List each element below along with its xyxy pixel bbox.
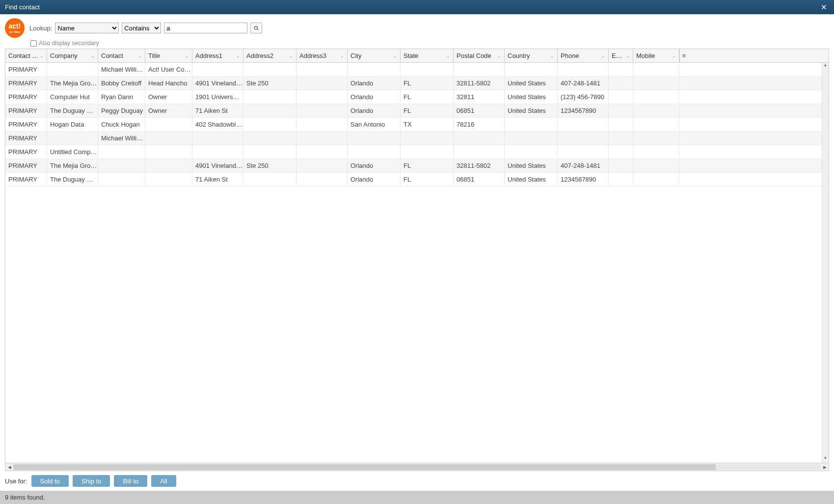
chevron-down-icon[interactable]: ⌄ xyxy=(626,53,630,58)
chevron-down-icon[interactable]: ⌄ xyxy=(601,53,605,58)
table-row[interactable]: PRIMARYThe Mejia Gro…4901 Vineland…Ste 2… xyxy=(5,159,829,173)
lookup-condition-select[interactable]: Contains xyxy=(122,23,161,33)
cell-address1: 4901 Vineland… xyxy=(192,159,243,172)
column-header-phone[interactable]: Phone⌄ xyxy=(558,49,609,62)
secondary-checkbox[interactable] xyxy=(30,40,37,47)
cell-phone: 1234567890 xyxy=(558,173,609,186)
lookup-field-select[interactable]: Name xyxy=(55,23,119,33)
chevron-down-icon[interactable]: ⌄ xyxy=(138,53,142,58)
chevron-down-icon[interactable]: ⌄ xyxy=(185,53,189,58)
svg-point-0 xyxy=(255,26,258,29)
table-row[interactable]: PRIMARYMichael Willi…Act! User Co… xyxy=(5,63,829,77)
sold-to-button[interactable]: Sold to xyxy=(31,475,69,487)
table-row[interactable]: PRIMARYUntitled Comp… xyxy=(5,145,829,159)
cell-country: United States xyxy=(505,90,558,104)
table-row[interactable]: PRIMARYHogan DataChuck Hogan402 Shadowbl… xyxy=(5,118,829,132)
column-header-title[interactable]: Title⌄ xyxy=(145,49,192,62)
cell-ext xyxy=(609,118,633,131)
column-header-postal[interactable]: Postal Code⌄ xyxy=(454,49,505,62)
chevron-down-icon[interactable]: ⌄ xyxy=(550,53,554,58)
cell-country: United States xyxy=(505,159,558,172)
cell-phone xyxy=(558,63,609,76)
search-button[interactable] xyxy=(250,23,262,33)
cell-phone: (123) 456-7890 xyxy=(558,90,609,104)
column-header-label: Postal Code xyxy=(457,52,491,59)
column-header-address2[interactable]: Address2⌄ xyxy=(243,49,296,62)
cell-city: Orlando xyxy=(348,90,401,104)
cell-contacttype: PRIMARY xyxy=(5,118,47,131)
bill-to-button[interactable]: Bill to xyxy=(114,475,147,487)
cell-title: Owner xyxy=(145,104,192,117)
logo-text-main: act! xyxy=(9,23,21,29)
vertical-scrollbar[interactable]: ▲ ▼ xyxy=(822,63,829,463)
chevron-down-icon[interactable]: ⌄ xyxy=(672,53,676,58)
grid-options-button[interactable]: ≡ xyxy=(679,49,688,62)
cell-state: FL xyxy=(401,77,454,90)
column-header-company[interactable]: Company⌄ xyxy=(47,49,98,62)
cell-country xyxy=(505,132,558,145)
chevron-down-icon[interactable]: ⌄ xyxy=(340,53,344,58)
cell-country xyxy=(505,145,558,159)
use-for-label: Use for: xyxy=(5,477,27,485)
chevron-down-icon[interactable]: ⌄ xyxy=(91,53,95,58)
column-header-contact[interactable]: Contact⌄ xyxy=(98,49,145,62)
close-icon[interactable]: ✕ xyxy=(819,3,829,12)
chevron-down-icon[interactable]: ⌄ xyxy=(393,53,397,58)
column-header-mobile[interactable]: Mobile⌄ xyxy=(633,49,679,62)
scroll-left-icon[interactable]: ◀ xyxy=(5,465,13,470)
search-input[interactable] xyxy=(164,23,247,33)
cell-city: Orlando xyxy=(348,159,401,172)
all-button[interactable]: All xyxy=(151,475,176,487)
cell-city: Orlando xyxy=(348,77,401,90)
column-header-contacttype[interactable]: Contact T...⌄ xyxy=(5,49,47,62)
cell-company: Hogan Data xyxy=(47,118,98,131)
table-row[interactable]: PRIMARYMichael Willi… xyxy=(5,132,829,145)
svg-line-1 xyxy=(257,29,259,30)
column-header-city[interactable]: City⌄ xyxy=(348,49,401,62)
cell-title: Head Hancho xyxy=(145,77,192,90)
hscroll-track[interactable] xyxy=(13,464,821,470)
column-header-state[interactable]: State⌄ xyxy=(401,49,454,62)
cell-contact: Ryan Dann xyxy=(98,90,145,104)
chevron-down-icon[interactable]: ⌄ xyxy=(497,53,501,58)
cell-postal: 78216 xyxy=(454,118,505,131)
cell-phone xyxy=(558,132,609,145)
chevron-down-icon[interactable]: ⌄ xyxy=(40,53,44,58)
column-header-address1[interactable]: Address1⌄ xyxy=(192,49,243,62)
ship-to-button[interactable]: Ship to xyxy=(73,475,110,487)
app-logo: act! for Web xyxy=(5,18,25,38)
column-header-label: Phone xyxy=(561,52,579,59)
cell-state: TX xyxy=(401,118,454,131)
column-header-label: Title xyxy=(148,52,160,59)
cell-postal: 32811-5802 xyxy=(454,159,505,172)
table-row[interactable]: PRIMARYComputer HutRyan DannOwner1901 Un… xyxy=(5,90,829,104)
column-header-ext[interactable]: Ext ...⌄ xyxy=(609,49,633,62)
horizontal-scrollbar[interactable]: ◀ ▶ xyxy=(5,463,829,471)
table-row[interactable]: PRIMARYThe Duguay …Peggy DuguayOwner71 A… xyxy=(5,104,829,118)
cell-city: Orlando xyxy=(348,173,401,186)
chevron-down-icon[interactable]: ⌄ xyxy=(446,53,450,58)
cell-address1: 1901 Univers… xyxy=(192,90,243,104)
cell-address2: Ste 250 xyxy=(243,159,296,172)
scroll-right-icon[interactable]: ▶ xyxy=(821,465,829,470)
table-row[interactable]: PRIMARYThe Mejia Gro…Bobby CreitoffHead … xyxy=(5,77,829,90)
scroll-up-icon[interactable]: ▲ xyxy=(822,63,829,70)
cell-contact: Michael Willi… xyxy=(98,132,145,145)
column-header-country[interactable]: Country⌄ xyxy=(505,49,558,62)
cell-address1: 402 Shadowbl… xyxy=(192,118,243,131)
chevron-down-icon[interactable]: ⌄ xyxy=(236,53,240,58)
chevron-down-icon[interactable]: ⌄ xyxy=(289,53,293,58)
cell-address3 xyxy=(296,145,348,159)
table-row[interactable]: PRIMARYThe Duguay …71 Aiken StOrlandoFL0… xyxy=(5,173,829,186)
scroll-down-icon[interactable]: ▼ xyxy=(822,456,829,463)
cell-company: Untitled Comp… xyxy=(47,145,98,159)
column-header-label: Address1 xyxy=(195,52,222,59)
cell-phone: 1234567890 xyxy=(558,104,609,117)
cell-address3 xyxy=(296,118,348,131)
hscroll-thumb[interactable] xyxy=(13,464,716,470)
cell-country: United States xyxy=(505,77,558,90)
cell-phone xyxy=(558,145,609,159)
column-header-address3[interactable]: Address3⌄ xyxy=(296,49,348,62)
cell-city xyxy=(348,145,401,159)
cell-postal: 32811-5802 xyxy=(454,77,505,90)
